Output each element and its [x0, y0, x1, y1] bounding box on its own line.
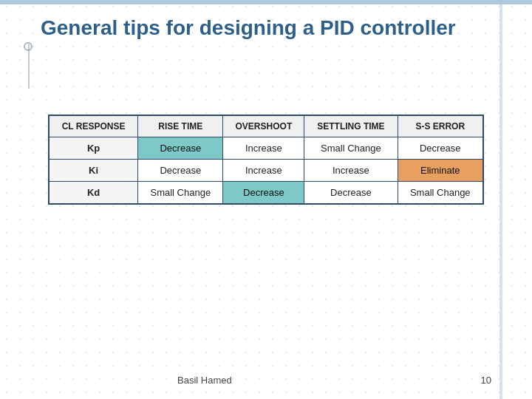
col-header-overshoot: OVERSHOOT	[223, 115, 304, 137]
page-title: General tips for designing a PID control…	[41, 16, 456, 40]
footer-page-number: 10	[481, 375, 491, 386]
table-row: KiDecreaseIncreaseIncreaseEliminate	[49, 160, 483, 182]
cell-overshoot: Decrease	[223, 182, 304, 205]
cell-rise-time: Decrease	[138, 160, 223, 182]
top-bar	[0, 0, 532, 4]
cell-settling-time: Small Change	[304, 137, 398, 160]
cell-ss-error: Eliminate	[398, 160, 483, 182]
col-header-rise-time: RISE TIME	[138, 115, 223, 137]
slide-page: General tips for designing a PID control…	[0, 0, 532, 399]
cell-settling-time: Decrease	[304, 182, 398, 205]
row-label: Kp	[49, 137, 138, 160]
pid-table: CL RESPONSE RISE TIME OVERSHOOT SETTLING…	[48, 115, 484, 205]
cell-overshoot: Increase	[223, 137, 304, 160]
cell-rise-time: Small Change	[138, 182, 223, 205]
col-header-ss-error: S-S ERROR	[398, 115, 483, 137]
table-row: KdSmall ChangeDecreaseDecreaseSmall Chan…	[49, 182, 483, 205]
cell-settling-time: Increase	[304, 160, 398, 182]
cell-rise-time: Decrease	[138, 137, 223, 160]
cell-ss-error: Decrease	[398, 137, 483, 160]
right-accent	[499, 0, 502, 399]
pid-table-container: CL RESPONSE RISE TIME OVERSHOOT SETTLING…	[48, 115, 484, 205]
table-row: KpDecreaseIncreaseSmall ChangeDecrease	[49, 137, 483, 160]
cell-ss-error: Small Change	[398, 182, 483, 205]
col-header-settling-time: SETTLING TIME	[304, 115, 398, 137]
row-label: Ki	[49, 160, 138, 182]
table-header-row: CL RESPONSE RISE TIME OVERSHOOT SETTLING…	[49, 115, 483, 137]
col-header-cl-response: CL RESPONSE	[49, 115, 138, 137]
cell-overshoot: Increase	[223, 160, 304, 182]
row-label: Kd	[49, 182, 138, 205]
footer-author: Basil Hamed	[177, 375, 232, 386]
left-accent	[28, 44, 30, 89]
